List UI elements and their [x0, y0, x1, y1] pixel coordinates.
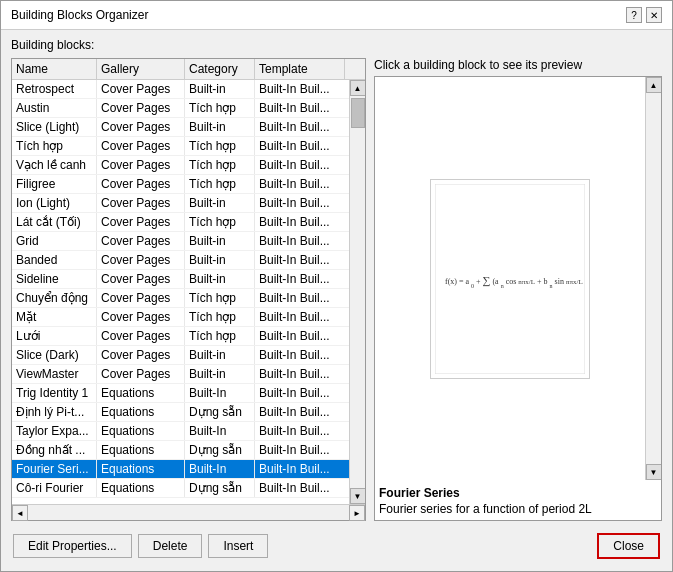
table-row[interactable]: ViewMasterCover PagesBuilt-inBuilt-In Bu…	[12, 365, 349, 384]
scroll-left-btn[interactable]: ◄	[12, 505, 28, 521]
table-row[interactable]: Slice (Dark)Cover PagesBuilt-inBuilt-In …	[12, 346, 349, 365]
table-scrollbar[interactable]: ▲ ▼	[349, 80, 365, 504]
table-row[interactable]: FiligreeCover PagesTích hợpBuilt-In Buil…	[12, 175, 349, 194]
cell-category: Built-In	[185, 422, 255, 440]
col-gallery[interactable]: Gallery	[97, 59, 185, 79]
scroll-down-btn[interactable]: ▼	[350, 488, 366, 504]
content-area: Name Gallery Category Template Retrospec…	[11, 58, 662, 521]
table-row[interactable]: Trig Identity 1EquationsBuilt-InBuilt-In…	[12, 384, 349, 403]
cell-name: Sideline	[12, 270, 97, 288]
cell-name: Mặt	[12, 308, 97, 326]
cell-gallery: Cover Pages	[97, 156, 185, 174]
cell-gallery: Cover Pages	[97, 251, 185, 269]
cell-name: Austin	[12, 99, 97, 117]
table-row[interactable]: Taylor Expa...EquationsBuilt-InBuilt-In …	[12, 422, 349, 441]
preview-description: Fourier series for a function of period …	[379, 502, 657, 516]
col-template[interactable]: Template	[255, 59, 345, 79]
cell-template: Built-In Buil...	[255, 460, 345, 478]
cell-gallery: Cover Pages	[97, 270, 185, 288]
cell-gallery: Cover Pages	[97, 213, 185, 231]
preview-box: f(x) = a 0 + ∑ (a n cos nπx/L + b	[374, 76, 662, 521]
cell-name: Lưới	[12, 327, 97, 345]
building-blocks-organizer-dialog: Building Blocks Organizer ? ✕ Building b…	[0, 0, 673, 572]
building-blocks-label: Building blocks:	[11, 38, 662, 52]
scroll-thumb[interactable]	[351, 98, 365, 128]
cell-template: Built-In Buil...	[255, 194, 345, 212]
dialog-body: Building blocks: Name Gallery Category T…	[1, 30, 672, 571]
preview-scroll-up-btn[interactable]: ▲	[646, 77, 662, 93]
bottom-bar: Edit Properties... Delete Insert Close	[11, 527, 662, 563]
edit-properties-button[interactable]: Edit Properties...	[13, 534, 132, 558]
cell-category: Tích hợp	[185, 308, 255, 326]
table-row[interactable]: Cô-ri FourierEquationsDựng sẵnBuilt-In B…	[12, 479, 349, 498]
cell-category: Built-in	[185, 118, 255, 136]
cell-name: ViewMaster	[12, 365, 97, 383]
table-header: Name Gallery Category Template	[12, 59, 365, 80]
insert-button[interactable]: Insert	[208, 534, 268, 558]
col-name[interactable]: Name	[12, 59, 97, 79]
table-row[interactable]: RetrospectCover PagesBuilt-inBuilt-In Bu…	[12, 80, 349, 99]
cell-category: Built-in	[185, 194, 255, 212]
cell-name: Ion (Light)	[12, 194, 97, 212]
cell-gallery: Cover Pages	[97, 289, 185, 307]
cell-category: Built-in	[185, 80, 255, 98]
table-row[interactable]: Đồng nhất ...EquationsDựng sẵnBuilt-In B…	[12, 441, 349, 460]
table-row[interactable]: MặtCover PagesTích hợpBuilt-In Buil...	[12, 308, 349, 327]
table-row[interactable]: Định lý Pi-t...EquationsDựng sẵnBuilt-In…	[12, 403, 349, 422]
table-row[interactable]: Fourier Seri...EquationsBuilt-InBuilt-In…	[12, 460, 349, 479]
table-row[interactable]: SidelineCover PagesBuilt-inBuilt-In Buil…	[12, 270, 349, 289]
preview-scrollbar[interactable]: ▲ ▼	[645, 77, 661, 480]
table-row[interactable]: BandedCover PagesBuilt-inBuilt-In Buil..…	[12, 251, 349, 270]
help-button[interactable]: ?	[626, 7, 642, 23]
table-row[interactable]: Vạch lề canhCover PagesTích hợpBuilt-In …	[12, 156, 349, 175]
table-row[interactable]: Tích hợpCover PagesTích hợpBuilt-In Buil…	[12, 137, 349, 156]
cell-template: Built-In Buil...	[255, 137, 345, 155]
table-row[interactable]: GridCover PagesBuilt-inBuilt-In Buil...	[12, 232, 349, 251]
cell-gallery: Equations	[97, 403, 185, 421]
cell-name: Slice (Dark)	[12, 346, 97, 364]
cell-category: Tích hợp	[185, 99, 255, 117]
cell-name: Banded	[12, 251, 97, 269]
cell-template: Built-In Buil...	[255, 441, 345, 459]
cell-template: Built-In Buil...	[255, 270, 345, 288]
scroll-right-btn[interactable]: ►	[349, 505, 365, 521]
preview-svg: f(x) = a 0 + ∑ (a n cos nπx/L + b	[435, 184, 585, 374]
cell-gallery: Equations	[97, 422, 185, 440]
cell-category: Tích hợp	[185, 137, 255, 155]
cell-gallery: Cover Pages	[97, 232, 185, 250]
cell-category: Built-In	[185, 384, 255, 402]
cell-template: Built-In Buil...	[255, 327, 345, 345]
delete-button[interactable]: Delete	[138, 534, 203, 558]
cell-category: Built-in	[185, 346, 255, 364]
preview-info: Fourier Series Fourier series for a func…	[375, 480, 661, 520]
cell-gallery: Cover Pages	[97, 80, 185, 98]
cell-name: Retrospect	[12, 80, 97, 98]
table-row[interactable]: Ion (Light)Cover PagesBuilt-inBuilt-In B…	[12, 194, 349, 213]
cell-category: Dựng sẵn	[185, 441, 255, 459]
table-row[interactable]: LướiCover PagesTích hợpBuilt-In Buil...	[12, 327, 349, 346]
col-category[interactable]: Category	[185, 59, 255, 79]
preview-scroll-down-btn[interactable]: ▼	[646, 464, 662, 480]
preview-image: f(x) = a 0 + ∑ (a n cos nπx/L + b	[430, 179, 590, 379]
table-row[interactable]: AustinCover PagesTích hợpBuilt-In Buil..…	[12, 99, 349, 118]
cell-template: Built-In Buil...	[255, 118, 345, 136]
table-row[interactable]: Chuyển độngCover PagesTích hợpBuilt-In B…	[12, 289, 349, 308]
cell-gallery: Cover Pages	[97, 137, 185, 155]
cell-name: Filigree	[12, 175, 97, 193]
cell-template: Built-In Buil...	[255, 289, 345, 307]
close-x-button[interactable]: ✕	[646, 7, 662, 23]
table-row[interactable]: Lát cắt (Tối)Cover PagesTích hợpBuilt-In…	[12, 213, 349, 232]
table-row[interactable]: Slice (Light)Cover PagesBuilt-inBuilt-In…	[12, 118, 349, 137]
preview-panel: Click a building block to see its previe…	[374, 58, 662, 521]
scroll-up-btn[interactable]: ▲	[350, 80, 366, 96]
cell-gallery: Cover Pages	[97, 118, 185, 136]
cell-gallery: Cover Pages	[97, 365, 185, 383]
cell-name: Taylor Expa...	[12, 422, 97, 440]
cell-name: Slice (Light)	[12, 118, 97, 136]
close-button[interactable]: Close	[597, 533, 660, 559]
cell-name: Fourier Seri...	[12, 460, 97, 478]
cell-gallery: Cover Pages	[97, 327, 185, 345]
table-scroll[interactable]: RetrospectCover PagesBuilt-inBuilt-In Bu…	[12, 80, 349, 504]
cell-category: Tích hợp	[185, 213, 255, 231]
dialog-title: Building Blocks Organizer	[11, 8, 148, 22]
